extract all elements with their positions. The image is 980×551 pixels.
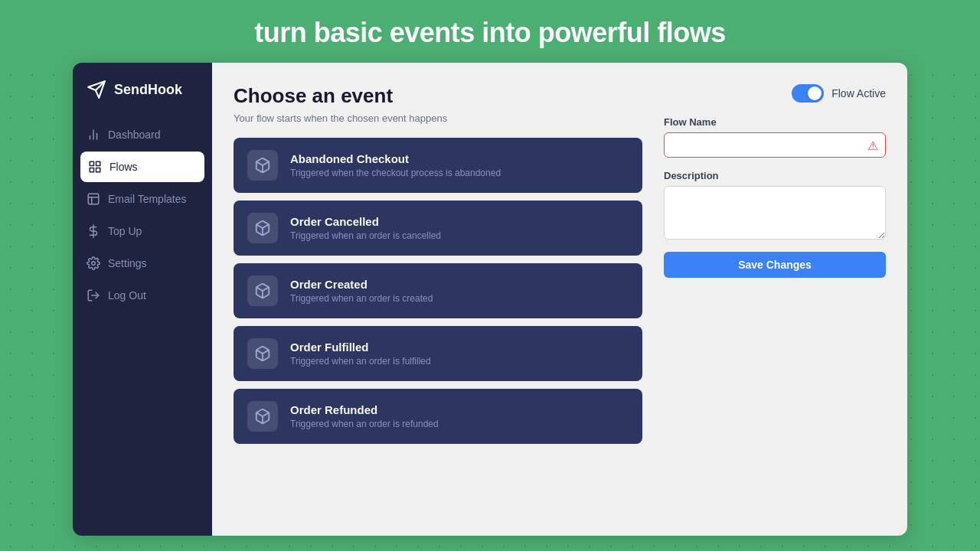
box-icon bbox=[254, 408, 271, 425]
sidebar-nav: Dashboard Flows Email Templates Top Up bbox=[73, 116, 212, 314]
event-card-text-order-cancelled: Order Cancelled Triggered when an order … bbox=[290, 215, 441, 241]
box-icon bbox=[254, 282, 271, 299]
svg-rect-6 bbox=[96, 161, 100, 165]
top-banner: turn basic events into powerful flows bbox=[0, 0, 980, 63]
description-textarea[interactable] bbox=[664, 186, 886, 240]
bar-chart-icon bbox=[87, 128, 100, 142]
event-card-text-order-created: Order Created Triggered when an order is… bbox=[290, 278, 433, 304]
event-card-icon-wrap-order-fulfilled bbox=[247, 338, 278, 369]
event-card-title-order-cancelled: Order Cancelled bbox=[290, 215, 441, 228]
svg-rect-8 bbox=[90, 168, 93, 172]
sidebar-item-flows-label: Flows bbox=[109, 161, 138, 173]
event-card-abandoned-checkout[interactable]: Abandoned Checkout Triggered when the ch… bbox=[234, 138, 642, 193]
event-card-icon-wrap-abandoned-checkout bbox=[247, 150, 278, 181]
svg-rect-7 bbox=[96, 168, 100, 172]
dollar-icon bbox=[87, 224, 100, 238]
flow-active-row: Flow Active bbox=[664, 84, 886, 103]
svg-rect-5 bbox=[90, 161, 93, 165]
event-card-desc-order-created: Triggered when an order is created bbox=[290, 293, 433, 304]
app-container: SendHook Dashboard Flows Email Templates bbox=[73, 63, 907, 536]
flow-name-input-wrapper: ⚠ bbox=[664, 132, 886, 158]
toggle-thumb bbox=[808, 86, 822, 100]
svg-point-13 bbox=[92, 262, 96, 266]
event-card-order-created[interactable]: Order Created Triggered when an order is… bbox=[234, 263, 642, 318]
event-card-title-order-fulfilled: Order Fulfilled bbox=[290, 341, 431, 354]
event-card-order-refunded[interactable]: Order Refunded Triggered when an order i… bbox=[234, 389, 642, 444]
flow-active-label: Flow Active bbox=[831, 87, 886, 99]
event-card-order-cancelled[interactable]: Order Cancelled Triggered when an order … bbox=[234, 201, 642, 256]
right-panel: Flow Active Flow Name ⚠ Description Save… bbox=[664, 84, 886, 520]
event-card-title-order-created: Order Created bbox=[290, 278, 433, 291]
event-cards-list: Abandoned Checkout Triggered when the ch… bbox=[234, 138, 642, 444]
svg-rect-9 bbox=[88, 194, 99, 204]
description-label: Description bbox=[664, 170, 886, 181]
sidebar-item-top-up[interactable]: Top Up bbox=[73, 216, 212, 246]
flow-active-toggle[interactable] bbox=[792, 84, 824, 103]
flows-icon bbox=[88, 160, 102, 174]
event-card-desc-order-refunded: Triggered when an order is refunded bbox=[290, 419, 439, 429]
event-card-text-abandoned-checkout: Abandoned Checkout Triggered when the ch… bbox=[290, 152, 501, 178]
sidebar-item-log-out-label: Log Out bbox=[108, 289, 146, 302]
event-card-desc-abandoned-checkout: Triggered when the checkout process is a… bbox=[290, 168, 501, 178]
event-card-order-fulfilled[interactable]: Order Fulfilled Triggered when an order … bbox=[234, 326, 642, 381]
sidebar-item-settings-label: Settings bbox=[108, 257, 147, 269]
banner-headline: turn basic events into powerful flows bbox=[0, 17, 980, 49]
event-card-title-order-refunded: Order Refunded bbox=[290, 403, 439, 416]
logout-icon bbox=[87, 289, 100, 302]
sendhook-logo-icon bbox=[87, 80, 106, 99]
event-card-desc-order-fulfilled: Triggered when an order is fulfilled bbox=[290, 356, 431, 367]
toggle-track bbox=[792, 84, 824, 103]
page-title: Choose an event bbox=[234, 84, 642, 108]
sidebar-item-email-templates[interactable]: Email Templates bbox=[73, 184, 212, 214]
sidebar-item-top-up-label: Top Up bbox=[108, 225, 142, 237]
event-card-icon-wrap-order-created bbox=[247, 276, 278, 306]
sidebar: SendHook Dashboard Flows Email Templates bbox=[73, 63, 212, 536]
event-card-icon-wrap-order-refunded bbox=[247, 401, 278, 432]
event-card-title-abandoned-checkout: Abandoned Checkout bbox=[290, 152, 501, 165]
event-card-text-order-refunded: Order Refunded Triggered when an order i… bbox=[290, 403, 439, 429]
gear-icon bbox=[87, 256, 100, 270]
event-card-icon-wrap-order-cancelled bbox=[247, 213, 278, 243]
sidebar-item-dashboard-label: Dashboard bbox=[108, 129, 161, 141]
events-subtitle: Your flow starts when the chosen event h… bbox=[234, 112, 642, 124]
error-icon: ⚠ bbox=[867, 138, 878, 152]
sidebar-item-settings[interactable]: Settings bbox=[73, 248, 212, 279]
sidebar-item-email-templates-label: Email Templates bbox=[108, 193, 186, 205]
sidebar-item-log-out[interactable]: Log Out bbox=[73, 280, 212, 311]
event-card-text-order-fulfilled: Order Fulfilled Triggered when an order … bbox=[290, 341, 431, 367]
email-templates-icon bbox=[87, 192, 100, 206]
main-content: Choose an event Your flow starts when th… bbox=[212, 63, 907, 536]
events-section: Choose an event Your flow starts when th… bbox=[234, 84, 642, 520]
save-changes-button[interactable]: Save Changes bbox=[664, 252, 886, 278]
flow-name-input[interactable] bbox=[664, 132, 886, 158]
sidebar-logo-text: SendHook bbox=[114, 82, 182, 98]
box-icon bbox=[254, 157, 271, 174]
sidebar-logo: SendHook bbox=[73, 63, 212, 116]
sidebar-item-flows[interactable]: Flows bbox=[80, 152, 204, 182]
event-card-desc-order-cancelled: Triggered when an order is cancelled bbox=[290, 230, 441, 241]
box-icon bbox=[254, 345, 271, 362]
box-icon bbox=[254, 220, 271, 236]
flow-name-label: Flow Name bbox=[664, 116, 886, 128]
sidebar-item-dashboard[interactable]: Dashboard bbox=[73, 119, 212, 150]
